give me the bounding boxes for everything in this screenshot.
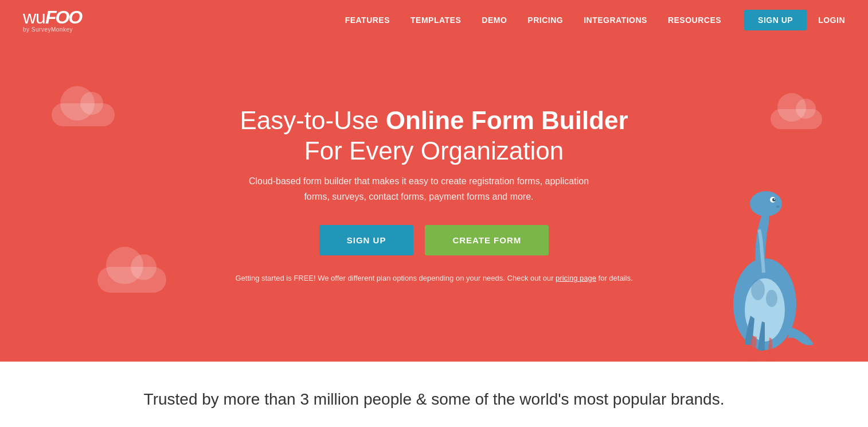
hero-buttons: SIGN UP CREATE FORM — [235, 225, 632, 255]
logo-subtitle: by SurveyMonkey — [23, 26, 81, 33]
pricing-page-link[interactable]: pricing page — [556, 274, 596, 282]
hero-section: Easy-to-Use Online Form Builder For Ever… — [0, 40, 868, 362]
hero-content: Easy-to-Use Online Form Builder For Ever… — [235, 106, 632, 285]
dinosaur-illustration — [707, 178, 822, 362]
hero-title: Easy-to-Use Online Form Builder For Ever… — [235, 106, 632, 166]
nav-item-features[interactable]: FEATURES — [345, 15, 390, 25]
hero-signup-button[interactable]: SIGN UP — [319, 225, 414, 255]
svg-point-10 — [766, 290, 777, 307]
nav-item-integrations[interactable]: INTEGRATIONS — [584, 15, 647, 25]
nav-item-resources[interactable]: RESOURCES — [668, 15, 721, 25]
hero-note: Getting started is FREE! We offer differ… — [235, 273, 632, 285]
hero-subtitle: Cloud-based form builder that makes it e… — [235, 173, 602, 204]
svg-point-5 — [776, 205, 780, 208]
svg-point-1 — [750, 191, 782, 216]
cloud-decoration-2 — [97, 267, 166, 293]
logo-text: wuFOO — [23, 8, 81, 26]
logo[interactable]: wuFOO by SurveyMonkey — [23, 8, 81, 33]
nav-links: FEATURES TEMPLATES DEMO PRICING INTEGRAT… — [345, 15, 721, 25]
nav-item-pricing[interactable]: PRICING — [527, 15, 563, 25]
nav-item-demo[interactable]: DEMO — [482, 15, 507, 25]
cloud-decoration-1 — [52, 103, 115, 126]
nav-login-button[interactable]: LOGIN — [818, 15, 845, 25]
navbar: wuFOO by SurveyMonkey FEATURES TEMPLATES… — [0, 0, 868, 40]
svg-point-3 — [772, 198, 776, 201]
svg-point-4 — [774, 199, 775, 200]
svg-point-9 — [751, 280, 765, 300]
cloud-decoration-3 — [771, 109, 822, 129]
nav-item-templates[interactable]: TEMPLATES — [410, 15, 461, 25]
nav-signup-button[interactable]: SIGN UP — [744, 10, 807, 30]
trust-title: Trusted by more than 3 million people & … — [23, 390, 845, 409]
trust-section: Trusted by more than 3 million people & … — [0, 362, 868, 426]
hero-create-form-button[interactable]: CREATE FORM — [425, 225, 549, 255]
